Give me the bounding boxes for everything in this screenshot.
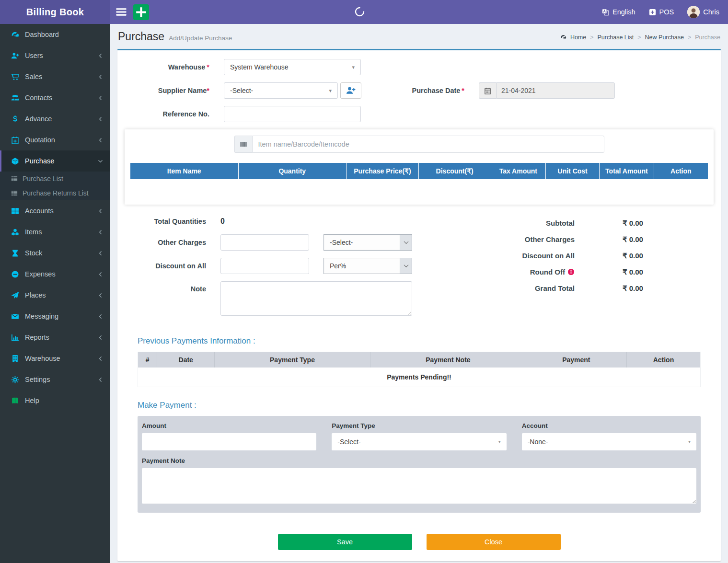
barcode-addon bbox=[234, 136, 252, 153]
users-icon bbox=[11, 94, 19, 102]
reference-row: Reference No. bbox=[125, 106, 714, 122]
warehouse-select[interactable]: System Warehouse bbox=[224, 59, 361, 75]
warehouse-label: Warehouse bbox=[168, 63, 206, 71]
col-tax-amount: Tax Amount bbox=[491, 163, 546, 180]
total-quantities-label: Total Quantities bbox=[125, 218, 206, 225]
sidebar-item-purchase[interactable]: Purchase bbox=[0, 150, 110, 172]
breadcrumb-purchase-list[interactable]: Purchase List bbox=[598, 34, 634, 41]
payment-type-label: Payment Type bbox=[332, 422, 506, 429]
sidebar-item-advance[interactable]: Advance bbox=[0, 108, 110, 129]
subtotal-value: ₹ 0.00 bbox=[623, 219, 650, 228]
reference-input[interactable] bbox=[224, 106, 361, 122]
sidebar-item-stock[interactable]: Stock bbox=[0, 242, 110, 264]
chevron-left-icon bbox=[98, 356, 103, 361]
chevron-left-icon bbox=[98, 138, 103, 143]
warehouse-row: Warehouse* System Warehouse bbox=[125, 59, 714, 75]
language-menu[interactable]: English bbox=[602, 8, 636, 16]
sidebar-item-contacts[interactable]: Contacts bbox=[0, 87, 110, 108]
pay-col-num: # bbox=[138, 352, 157, 368]
sidebar-item-accounts[interactable]: Accounts bbox=[0, 200, 110, 221]
sidebar-item-sales[interactable]: Sales bbox=[0, 66, 110, 87]
sidebar-item-reports[interactable]: Reports bbox=[0, 327, 110, 348]
chevron-left-icon bbox=[98, 293, 103, 298]
chevron-down-icon bbox=[400, 258, 412, 274]
discount-on-all-input[interactable] bbox=[220, 258, 309, 274]
supplier-label: Supplier Name bbox=[158, 87, 207, 94]
sidebar-item-places[interactable]: Places bbox=[0, 285, 110, 306]
chevron-left-icon bbox=[98, 377, 103, 382]
cube-icon bbox=[11, 157, 19, 165]
sidebar-item-warehouse[interactable]: Warehouse bbox=[0, 348, 110, 369]
cart-icon bbox=[11, 73, 19, 81]
col-quantity: Quantity bbox=[238, 163, 347, 180]
close-button[interactable]: Close bbox=[427, 534, 561, 550]
sidebar-item-users[interactable]: Users bbox=[0, 45, 110, 66]
chevron-left-icon bbox=[98, 95, 103, 101]
summary-panel: Subtotal ₹ 0.00 Other Charges ₹ 0.00 Dis… bbox=[445, 217, 714, 323]
caret-down-icon bbox=[352, 64, 355, 70]
account-select[interactable]: -None- bbox=[522, 433, 696, 450]
user-menu[interactable]: Chris bbox=[687, 6, 719, 18]
make-payment-panel: Amount Payment Type -Select- Account -No… bbox=[138, 416, 701, 513]
pay-col-action: Action bbox=[626, 352, 700, 368]
breadcrumb-new-purchase[interactable]: New Purchase bbox=[645, 34, 684, 41]
sidebar-item-items[interactable]: Items bbox=[0, 221, 110, 242]
dollar-icon bbox=[11, 115, 19, 123]
loading-progress-artifact bbox=[541, 0, 637, 4]
note-label: Note bbox=[125, 281, 206, 293]
payment-note-textarea[interactable] bbox=[142, 468, 696, 504]
items-table: Item Name Quantity Purchase Price(₹) Dis… bbox=[130, 162, 708, 192]
bar-chart-icon bbox=[11, 333, 19, 342]
chevron-left-icon bbox=[98, 335, 103, 340]
caret-down-icon bbox=[329, 88, 332, 94]
breadcrumb: Home > Purchase List > New Purchase > Pu… bbox=[560, 34, 720, 41]
item-search-input[interactable] bbox=[252, 136, 604, 153]
list-icon bbox=[11, 190, 18, 196]
sidebar-toggle-hamburger-icon[interactable] bbox=[115, 6, 127, 18]
payment-type-select[interactable]: -Select- bbox=[332, 433, 506, 450]
barcode-icon bbox=[240, 140, 247, 148]
quick-add-button[interactable] bbox=[133, 4, 149, 20]
purchase-date-input[interactable] bbox=[496, 82, 615, 99]
chevron-left-icon bbox=[98, 53, 103, 58]
avatar bbox=[687, 6, 700, 18]
paper-plane-icon bbox=[11, 291, 19, 299]
sidebar-item-purchase-list[interactable]: Purchase List bbox=[0, 172, 110, 186]
other-charges-total-value: ₹ 0.00 bbox=[623, 235, 650, 244]
other-charges-input[interactable] bbox=[220, 234, 309, 251]
round-off-value: ₹ 0.00 bbox=[623, 268, 650, 276]
grid-icon bbox=[11, 207, 19, 215]
person-plus-icon bbox=[346, 86, 356, 95]
sidebar-item-expenses[interactable]: Expenses bbox=[0, 264, 110, 285]
other-charges-select[interactable]: -Select- bbox=[324, 234, 412, 251]
pos-button[interactable]: POS bbox=[649, 8, 674, 16]
discount-type-select[interactable]: Per% bbox=[324, 258, 412, 274]
sidebar-item-quotation[interactable]: Quotation bbox=[0, 129, 110, 150]
chevron-left-icon bbox=[98, 208, 103, 214]
sidebar-item-dashboard[interactable]: Dashboard bbox=[0, 24, 110, 45]
sidebar-item-purchase-returns-list[interactable]: Purchase Returns List bbox=[0, 186, 110, 200]
other-charges-label: Other Charges bbox=[125, 239, 206, 246]
list-icon bbox=[11, 175, 18, 182]
total-quantities-value: 0 bbox=[220, 217, 225, 226]
breadcrumb-home[interactable]: Home bbox=[570, 34, 586, 41]
supplier-select[interactable]: -Select- bbox=[224, 82, 338, 99]
sidebar-item-settings[interactable]: Settings bbox=[0, 369, 110, 390]
subtotal-label: Subtotal bbox=[546, 219, 575, 227]
col-total-amount: Total Amount bbox=[600, 163, 654, 180]
add-supplier-button[interactable] bbox=[340, 82, 361, 99]
amount-input[interactable] bbox=[142, 433, 316, 450]
calendar-addon-button[interactable] bbox=[479, 82, 496, 99]
chevron-down-icon bbox=[98, 159, 103, 164]
pay-col-type: Payment Type bbox=[215, 352, 370, 368]
app-logo[interactable]: Billing Book bbox=[0, 0, 110, 24]
caret-down-icon bbox=[688, 439, 691, 444]
chevron-down-icon bbox=[400, 235, 412, 250]
sidebar-item-help[interactable]: Help bbox=[0, 390, 110, 411]
info-icon[interactable] bbox=[567, 268, 575, 276]
save-button[interactable]: Save bbox=[278, 534, 412, 550]
page-subtitle: Add/Update Purchase bbox=[169, 34, 232, 42]
note-textarea[interactable] bbox=[220, 281, 412, 316]
sidebar-item-messaging[interactable]: Messaging bbox=[0, 306, 110, 327]
sidebar: Dashboard Users Sales Contacts Advance Q… bbox=[0, 24, 110, 563]
